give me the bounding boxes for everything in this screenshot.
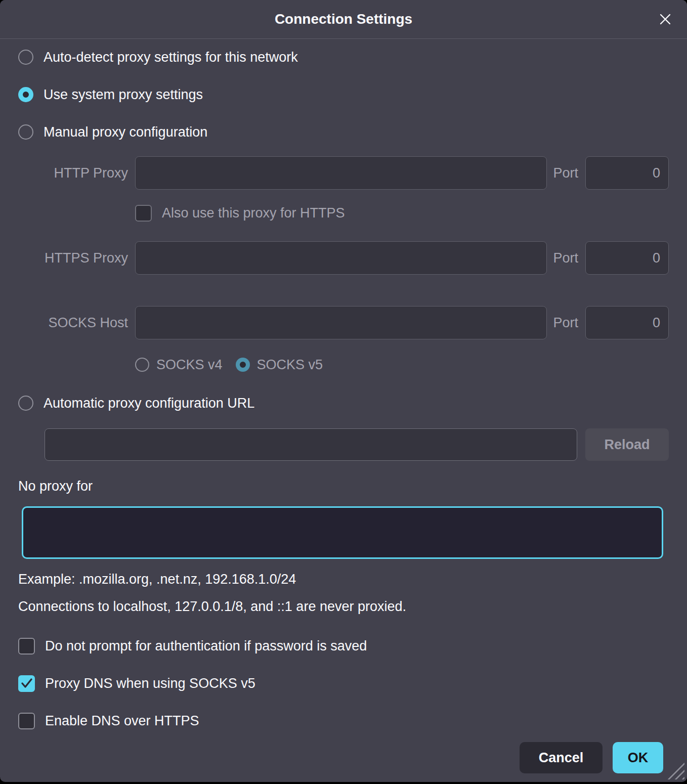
http-port-input[interactable] [585,156,669,190]
radio-manual-proxy-label: Manual proxy configuration [44,124,207,140]
checkmark-icon [20,677,33,690]
dns-over-https-checkbox[interactable] [18,713,35,729]
http-proxy-input[interactable] [135,156,547,190]
http-port-label: Port [547,165,585,181]
close-button[interactable] [658,0,673,38]
radio-system-proxy-label: Use system proxy settings [44,87,203,103]
socks-port-label: Port [547,315,585,331]
no-prompt-auth-label: Do not prompt for authentication if pass… [45,638,367,654]
socks-host-label: SOCKS Host [18,315,135,331]
option-row-no-prompt-auth[interactable]: Do not prompt for authentication if pass… [18,636,669,656]
https-port-label: Port [547,250,585,266]
no-prompt-auth-checkbox[interactable] [18,638,35,655]
dialog-body: Auto-detect proxy settings for this netw… [0,39,687,773]
socks-v5-label: SOCKS v5 [257,357,323,373]
cancel-button[interactable]: Cancel [520,742,603,773]
connection-settings-dialog: Connection Settings Auto-detect proxy se… [0,0,687,782]
no-proxy-example: Example: .mozilla.org, .net.nz, 192.168.… [18,571,669,587]
also-https-label: Also use this proxy for HTTPS [162,205,345,221]
proxy-dns-label: Proxy DNS when using SOCKS v5 [45,676,255,691]
autoconfig-url-input[interactable] [45,428,577,461]
socks-host-input[interactable] [135,306,547,339]
radio-auto-detect-label: Auto-detect proxy settings for this netw… [44,50,298,65]
socks-v5-option[interactable]: SOCKS v5 [236,357,323,373]
radio-system-proxy[interactable] [18,87,33,102]
radio-manual-proxy[interactable] [18,124,33,140]
socks-port-input[interactable] [585,306,669,339]
dns-over-https-label: Enable DNS over HTTPS [45,713,199,729]
https-port-input[interactable] [585,241,669,275]
http-proxy-row: HTTP Proxy Port [18,156,669,190]
socks-v4-option[interactable]: SOCKS v4 [135,357,223,373]
radio-socks-v5[interactable] [236,358,250,372]
dialog-title: Connection Settings [275,11,412,27]
dialog-footer: Cancel OK [18,742,669,773]
reload-button[interactable]: Reload [585,428,669,461]
dialog-header: Connection Settings [0,0,687,39]
option-row-dns-over-https[interactable]: Enable DNS over HTTPS [18,711,669,731]
https-proxy-label: HTTPS Proxy [18,250,135,266]
radio-autoconfig[interactable] [18,396,33,411]
https-proxy-row: HTTPS Proxy Port [18,241,669,275]
socks-v4-label: SOCKS v4 [156,357,223,373]
option-row-proxy-dns[interactable]: Proxy DNS when using SOCKS v5 [18,673,669,693]
radio-auto-detect[interactable] [18,50,33,65]
autoconfig-url-row: Reload [45,428,669,461]
proxy-dns-checkbox[interactable] [18,675,35,692]
no-proxy-textarea[interactable] [22,506,663,559]
radio-row-auto-detect[interactable]: Auto-detect proxy settings for this netw… [18,46,669,68]
radio-row-system-proxy[interactable]: Use system proxy settings [18,83,669,106]
radio-row-manual-proxy[interactable]: Manual proxy configuration [18,121,669,143]
radio-row-autoconfig[interactable]: Automatic proxy configuration URL [18,392,669,414]
http-proxy-label: HTTP Proxy [18,165,135,181]
no-proxy-label: No proxy for [18,478,669,494]
radio-socks-v4[interactable] [135,358,149,372]
also-https-checkbox[interactable] [135,205,152,222]
ok-button[interactable]: OK [613,742,663,773]
socks-host-row: SOCKS Host Port [18,306,669,339]
close-icon [658,12,673,27]
socks-version-row: SOCKS v4 SOCKS v5 [135,354,669,376]
https-proxy-input[interactable] [135,241,547,275]
radio-autoconfig-label: Automatic proxy configuration URL [44,396,254,411]
also-https-row[interactable]: Also use this proxy for HTTPS [135,203,669,223]
no-proxy-note: Connections to localhost, 127.0.0.1/8, a… [18,598,669,615]
